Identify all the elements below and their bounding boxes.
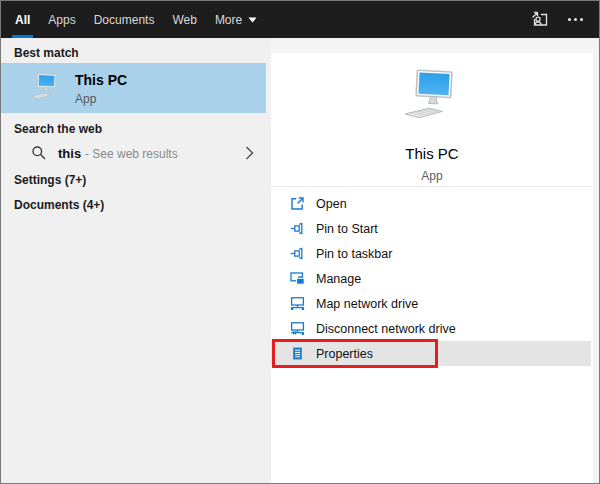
tab-apps[interactable]: Apps xyxy=(39,1,84,38)
preview-title: This PC xyxy=(271,145,593,162)
more-options-icon[interactable] xyxy=(566,14,585,25)
tab-more-label: More xyxy=(215,13,242,27)
best-match-header: Best match xyxy=(14,46,79,60)
documents-group-header[interactable]: Documents (4+) xyxy=(14,198,104,212)
action-label: Disconnect network drive xyxy=(316,322,456,336)
tab-web[interactable]: Web xyxy=(163,1,205,38)
properties-icon xyxy=(289,346,305,362)
action-label: Properties xyxy=(316,347,373,361)
preview-panel: This PC App Open xyxy=(271,53,593,484)
search-web-header: Search the web xyxy=(14,122,102,136)
pin-icon xyxy=(289,221,305,237)
settings-group-header[interactable]: Settings (7+) xyxy=(14,173,86,187)
action-label: Open xyxy=(316,197,347,211)
sign-in-icon[interactable] xyxy=(530,11,550,28)
action-open[interactable]: Open xyxy=(271,191,593,216)
action-label: Manage xyxy=(316,272,361,286)
preview-subtitle: App xyxy=(271,169,593,183)
divider xyxy=(271,186,593,187)
this-pc-icon-large xyxy=(400,69,464,127)
results-list-panel: Best match This PC App Search the web th… xyxy=(1,38,271,484)
manage-icon xyxy=(289,271,305,287)
action-pin-to-start[interactable]: Pin to Start xyxy=(271,216,593,241)
context-actions-list: Open Pin to Start xyxy=(271,191,593,366)
this-pc-icon xyxy=(29,73,62,105)
disconnect-network-drive-icon xyxy=(289,321,305,337)
action-label: Pin to taskbar xyxy=(316,247,392,261)
action-disconnect-network-drive[interactable]: Disconnect network drive xyxy=(271,316,593,341)
search-flyout-window: All Apps Documents Web More xyxy=(0,0,600,484)
web-hint-text: - See web results xyxy=(85,147,178,161)
best-match-subtitle: App xyxy=(75,92,96,106)
action-manage[interactable]: Manage xyxy=(271,266,593,291)
chevron-down-icon xyxy=(248,17,257,23)
web-query-text: this xyxy=(58,146,81,161)
action-pin-to-taskbar[interactable]: Pin to taskbar xyxy=(271,241,593,266)
action-label: Pin to Start xyxy=(316,222,378,236)
tab-more[interactable]: More xyxy=(206,1,266,38)
web-search-result[interactable]: this - See web results xyxy=(1,138,266,170)
tab-all-label: All xyxy=(15,13,30,27)
tab-web-label: Web xyxy=(172,13,196,27)
best-match-result-this-pc[interactable]: This PC App xyxy=(1,63,266,113)
tab-documents-label: Documents xyxy=(94,13,155,27)
action-label: Map network drive xyxy=(316,297,418,311)
best-match-title: This PC xyxy=(75,72,127,88)
action-properties[interactable]: Properties xyxy=(271,341,591,366)
search-filter-bar: All Apps Documents Web More xyxy=(1,1,599,38)
tab-all[interactable]: All xyxy=(6,1,39,38)
map-network-drive-icon xyxy=(289,296,305,312)
pin-icon xyxy=(289,246,305,262)
open-icon xyxy=(289,196,305,212)
action-map-network-drive[interactable]: Map network drive xyxy=(271,291,593,316)
tab-apps-label: Apps xyxy=(48,13,75,27)
search-icon xyxy=(31,145,47,165)
chevron-right-icon xyxy=(245,146,254,164)
tab-documents[interactable]: Documents xyxy=(85,1,164,38)
